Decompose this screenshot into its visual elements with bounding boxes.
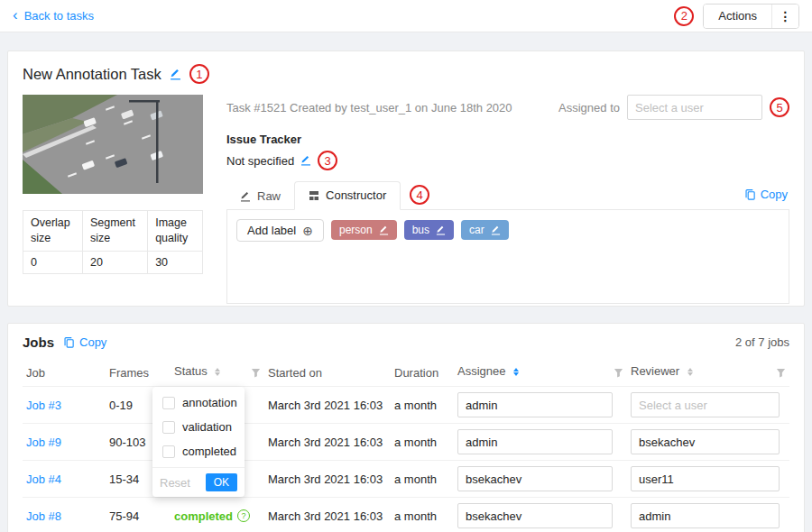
assignee-input[interactable] [457,503,613,528]
table-row: Job #8 75-94 completed ? March 3rd 2021 … [23,498,789,532]
assignee-input[interactable] [457,429,613,454]
issue-tracker-value: Not specified [226,154,294,168]
task-parameters-table: Overlap size Segment size Image quality … [23,210,203,274]
edit-label-icon[interactable] [436,225,446,235]
tab-constructor-label: Constructor [326,188,386,202]
param-header: Overlap size [23,211,83,252]
back-chevron-icon: ‹ [13,7,18,23]
col-status: Status [171,359,264,387]
label-tag-bus[interactable]: bus [404,220,454,240]
checkbox-icon[interactable] [162,445,175,458]
param-header: Segment size [82,211,147,252]
job-link[interactable]: Job #3 [26,399,61,412]
duration-cell: a month [391,424,454,461]
started-cell: March 3rd 2021 16:03 [264,424,391,461]
edit-label-icon[interactable] [379,225,389,235]
task-title: New Annotation Task [23,66,161,83]
copy-jobs-link[interactable]: Copy [63,335,106,349]
filter-option-completed[interactable]: completed [152,439,245,463]
jobs-title: Jobs [23,335,54,350]
filter-ok-button[interactable]: OK [206,473,237,491]
cvat-task-page: ‹ Back to tasks 2 Actions ⋮ New Annotati… [0,0,812,532]
label-tag-person[interactable]: person [331,220,397,240]
edit-label-icon[interactable] [491,225,501,235]
job-link[interactable]: Job #9 [26,436,61,449]
blocks-icon [309,190,319,201]
callout-5: 5 [770,97,789,117]
callout-3: 3 [318,151,337,170]
add-label-button[interactable]: Add label ⊕ [236,219,324,242]
edit-issue-tracker-icon[interactable] [300,155,311,166]
label-name: person [339,224,373,236]
col-assignee: Assignee [454,359,627,387]
back-link-label: Back to tasks [24,9,94,23]
status-cell: completed ? [171,498,264,532]
reviewer-input[interactable] [631,392,780,417]
filter-reset-button[interactable]: Reset [160,476,190,490]
table-row: Job #9 90-103 March 3rd 2021 16:03 a mon… [23,424,789,461]
tab-raw[interactable]: Raw [226,183,294,210]
filter-option-validation[interactable]: validation [152,415,245,439]
col-frames: Frames [106,359,171,387]
checkbox-icon[interactable] [162,421,175,434]
status-filter-icon[interactable] [251,367,261,381]
status-filter-dropdown: annotation validation completed Reset OK [152,387,245,497]
label-tag-car[interactable]: car [461,220,509,240]
copy-jobs-label: Copy [79,335,106,349]
copy-icon [744,188,756,200]
assignee-sort-control[interactable] [513,368,519,376]
col-duration: Duration [391,359,454,387]
frames-cell: 75-94 [106,498,171,532]
copy-labels-label: Copy [761,188,788,201]
labels-tabs-bar: Raw Constructor 4 Copy [226,181,789,210]
job-link[interactable]: Job #8 [26,509,61,523]
task-preview-image [23,95,203,194]
jobs-card: Jobs Copy 2 of 7 jobs Job Frames Status [7,323,805,532]
more-vertical-icon[interactable]: ⋮ [771,5,798,28]
col-job: Job [23,359,106,387]
assignee-input[interactable] [457,466,613,491]
param-value: 30 [148,251,203,273]
back-to-tasks-link[interactable]: ‹ Back to tasks [13,9,94,23]
callout-1: 1 [189,64,209,84]
add-label-text: Add label [247,224,296,237]
duration-cell: a month [391,387,454,424]
pencil-icon [240,191,251,202]
table-row: Job #3 0-19 March 3rd 2021 16:03 a month [23,387,789,424]
jobs-count: 2 of 7 jobs [735,335,789,349]
started-cell: March 3rd 2021 16:03 [264,387,391,424]
filter-option-annotation[interactable]: annotation [152,390,245,415]
status-sort-control[interactable] [215,368,220,376]
job-link[interactable]: Job #4 [26,472,61,486]
plus-circle-icon: ⊕ [302,225,313,237]
task-details-card: New Annotation Task 1 [7,50,805,307]
top-navigation-bar: ‹ Back to tasks 2 Actions ⋮ [0,0,812,32]
reviewer-sort-control[interactable] [687,368,693,376]
param-value: 20 [82,251,147,273]
callout-4: 4 [410,185,429,205]
reviewer-input[interactable] [631,503,780,528]
table-row: Job #4 15-34 March 3rd 2021 16:03 a mont… [23,461,789,498]
assigned-to-input[interactable] [627,95,762,120]
duration-cell: a month [391,461,454,498]
task-meta-text: Task #1521 Created by test_user_1 on Jun… [226,101,512,115]
reviewer-filter-icon[interactable] [776,367,786,381]
checkbox-icon[interactable] [162,397,175,409]
label-name: car [469,224,484,236]
label-name: bus [412,224,429,236]
actions-button[interactable]: Actions [704,5,771,28]
copy-labels-link[interactable]: Copy [744,188,788,201]
assignee-filter-icon[interactable] [614,367,623,381]
assignee-input[interactable] [457,392,613,417]
edit-title-icon[interactable] [170,69,181,80]
jobs-table: Job Frames Status Started on Duration As… [23,359,789,532]
reviewer-input[interactable] [631,429,780,454]
question-circle-icon: ? [237,509,250,522]
assigned-to-label: Assigned to [558,101,620,115]
param-header: Image quality [148,211,203,252]
tab-constructor[interactable]: Constructor [294,181,401,210]
reviewer-input[interactable] [631,466,780,491]
copy-icon [63,336,75,348]
col-reviewer: Reviewer [627,359,789,387]
labels-constructor-area: Add label ⊕ person bus car [226,210,789,304]
